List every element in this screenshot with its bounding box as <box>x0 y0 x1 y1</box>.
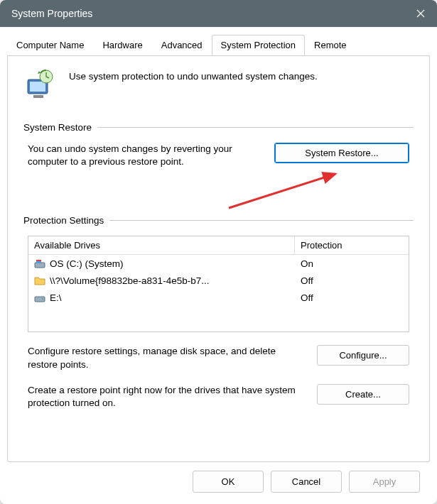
configure-button[interactable]: Configure... <box>317 345 409 366</box>
group-label-system-restore: System Restore <box>23 122 92 133</box>
drive-os-icon <box>34 258 45 269</box>
divider <box>97 127 414 128</box>
cancel-button[interactable]: Cancel <box>271 471 342 493</box>
column-header-drives[interactable]: Available Drives <box>28 236 295 254</box>
drives-table: Available Drives Protection OS (C:) (Sys… <box>28 236 409 332</box>
titlebar: System Properties <box>0 0 437 27</box>
ok-button[interactable]: OK <box>193 471 264 493</box>
apply-button: Apply <box>349 471 420 493</box>
table-row[interactable]: \\?\Volume{f98832be-a831-4e5b-b7... Off <box>28 272 409 289</box>
tab-body-system-protection: Use system protection to undo unwanted s… <box>7 55 430 462</box>
drive-protection: On <box>295 256 409 270</box>
group-header: Protection Settings <box>23 215 414 226</box>
tab-strip: Computer Name Hardware Advanced System P… <box>7 35 430 56</box>
group-protection-settings: Protection Settings Available Drives Pro… <box>23 215 414 422</box>
system-restore-text: You can undo system changes by reverting… <box>28 143 266 168</box>
configure-text: Configure restore settings, manage disk … <box>28 345 307 371</box>
intro-row: Use system protection to undo unwanted s… <box>23 68 414 101</box>
group-header: System Restore <box>23 122 414 133</box>
svg-point-9 <box>42 298 43 300</box>
content: Computer Name Hardware Advanced System P… <box>0 27 437 504</box>
group-system-restore: System Restore You can undo system chang… <box>23 122 414 199</box>
tab-remote[interactable]: Remote <box>305 35 356 55</box>
annotation-arrow <box>23 172 414 199</box>
drive-name: OS (C:) (System) <box>50 258 124 269</box>
drive-name: \\?\Volume{f98832be-a831-4e5b-b7... <box>50 275 209 286</box>
svg-rect-2 <box>33 95 43 98</box>
system-protection-icon <box>23 68 56 101</box>
tab-system-protection[interactable]: System Protection <box>212 35 306 55</box>
table-row[interactable]: E:\ Off <box>28 289 409 306</box>
table-empty-area <box>28 306 409 332</box>
create-text: Create a restore point right now for the… <box>28 384 307 410</box>
tab-computer-name[interactable]: Computer Name <box>7 35 93 55</box>
divider <box>109 220 414 221</box>
svg-rect-5 <box>35 263 45 268</box>
intro-text: Use system protection to undo unwanted s… <box>69 68 318 82</box>
create-button[interactable]: Create... <box>317 384 409 405</box>
tab-advanced[interactable]: Advanced <box>152 35 212 55</box>
drive-protection: Off <box>295 273 409 287</box>
folder-icon <box>34 275 45 286</box>
system-restore-button[interactable]: System Restore... <box>274 143 409 163</box>
svg-rect-1 <box>30 82 45 92</box>
window-title: System Properties <box>11 8 404 19</box>
close-button[interactable] <box>404 0 437 27</box>
table-row[interactable]: OS (C:) (System) On <box>28 255 409 272</box>
system-properties-window: System Properties Computer Name Hardware… <box>0 0 437 504</box>
close-icon <box>416 9 425 18</box>
column-header-protection[interactable]: Protection <box>295 236 409 254</box>
drives-table-header: Available Drives Protection <box>28 236 409 255</box>
drive-protection: Off <box>295 290 409 305</box>
tab-hardware[interactable]: Hardware <box>93 35 151 55</box>
group-label-protection-settings: Protection Settings <box>23 215 104 226</box>
drive-icon <box>34 292 45 303</box>
svg-line-4 <box>229 174 335 208</box>
dialog-footer: OK Cancel Apply <box>7 462 430 504</box>
create-row: Create a restore point right now for the… <box>23 384 414 422</box>
svg-rect-7 <box>36 260 41 261</box>
svg-rect-8 <box>35 297 45 302</box>
configure-row: Configure restore settings, manage disk … <box>23 345 414 383</box>
drive-name: E:\ <box>50 292 62 303</box>
